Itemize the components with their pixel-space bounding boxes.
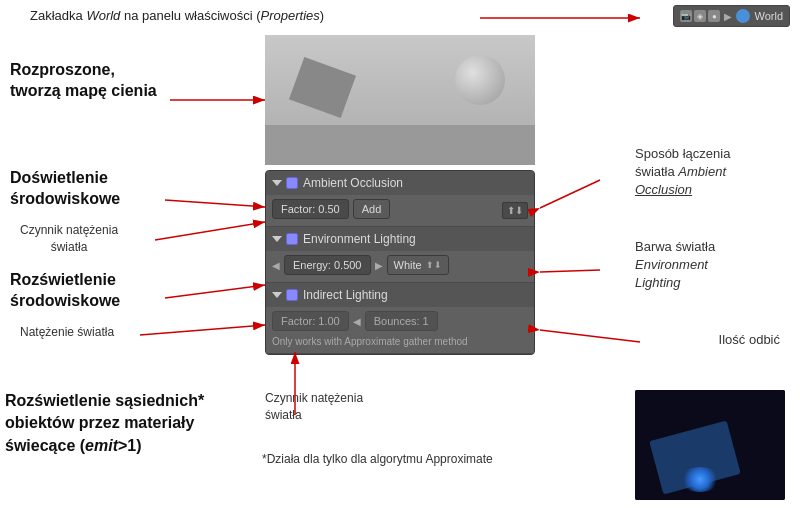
arrow-ambient xyxy=(165,200,265,207)
label-indirect-lighting: Rozświetlenieśrodowiskowe xyxy=(10,270,120,312)
triangle-icon xyxy=(272,292,282,298)
add-dropdown-arrow[interactable]: ⬆⬇ xyxy=(502,202,528,217)
ambient-occlusion-checkbox[interactable] xyxy=(286,177,298,189)
label-diffuse: Rozproszone, tworzą mapę cienia xyxy=(10,60,157,102)
environment-lighting-checkbox[interactable] xyxy=(286,233,298,245)
arrow-factor-indirect xyxy=(140,325,265,335)
chevron-right-icon[interactable]: ▶ xyxy=(375,260,383,271)
label-ambient-occlusion: Doświetlenieśrodowiskowe xyxy=(10,168,120,210)
environment-lighting-body: ◀ Energy: 0.500 ▶ White ⬆⬇ xyxy=(266,251,534,282)
label-ilosc: Ilość odbić xyxy=(719,332,780,347)
energy-input[interactable]: Energy: 0.500 xyxy=(284,255,371,275)
indirect-note: Only works with Approximate gather metho… xyxy=(272,334,528,349)
label-bottom-right: *Działa dla tylko dla algorytmu Approxim… xyxy=(262,452,493,466)
arrow-barwa xyxy=(540,270,600,272)
dropdown-arrows-icon: ⬆⬇ xyxy=(426,260,442,270)
indirect-lighting-section: Indirect Lighting Factor: 1.00 ◀ Bounces… xyxy=(266,283,534,354)
arrow-right-icon: ▶ xyxy=(724,11,732,22)
triangle-icon xyxy=(272,236,282,242)
rendered-scene-image xyxy=(265,35,535,165)
factor-indirect-value: Factor: 1.00 xyxy=(281,315,340,327)
triangle-icon xyxy=(272,180,282,186)
bounces-value: Bounces: 1 xyxy=(374,315,429,327)
scene-sphere-object xyxy=(455,55,505,105)
factor-value: Factor: 0.50 xyxy=(281,203,340,215)
environment-lighting-title: Environment Lighting xyxy=(303,232,416,246)
arrow-indirect xyxy=(165,285,265,298)
glow-light-object xyxy=(680,467,720,492)
label-barwa: Barwa światłaEnvironmentLighting xyxy=(635,238,780,293)
glow-scene-image xyxy=(635,390,785,500)
indirect-lighting-title: Indirect Lighting xyxy=(303,288,388,302)
bounces-input[interactable]: Bounces: 1 xyxy=(365,311,438,331)
world-icon xyxy=(736,9,750,23)
label-factor-indirect: Natężenie światła xyxy=(20,325,114,339)
chevron-left2-icon[interactable]: ◀ xyxy=(353,316,361,327)
energy-value: Energy: 0.500 xyxy=(293,259,362,271)
mat-icon: ● xyxy=(708,10,720,22)
environment-lighting-row: ◀ Energy: 0.500 ▶ White ⬆⬇ xyxy=(272,255,528,275)
color-value: White xyxy=(394,259,422,271)
color-dropdown[interactable]: White ⬆⬇ xyxy=(387,255,449,275)
ambient-occlusion-header[interactable]: Ambient Occlusion xyxy=(266,171,534,195)
arrow-factor-ambient xyxy=(155,222,265,240)
top-annotation: Zakładka World na panelu właściwości (Pr… xyxy=(30,8,324,23)
annotation-text: Zakładka World na panelu właściwości (Pr… xyxy=(30,8,324,23)
world-tab-label: World xyxy=(754,10,783,22)
dropdown-arrows-icon: ⬆⬇ xyxy=(502,202,528,219)
arrow-ilosc xyxy=(540,330,640,342)
tab-icons: 📷 ◈ ● xyxy=(680,10,720,22)
label-bottom-left: Rozświetlenie sąsiednich*obiektów przez … xyxy=(5,390,265,457)
factor-indirect-input[interactable]: Factor: 1.00 xyxy=(272,311,349,331)
chevron-left-icon[interactable]: ◀ xyxy=(272,260,280,271)
camera-icon: 📷 xyxy=(680,10,692,22)
indirect-lighting-checkbox[interactable] xyxy=(286,289,298,301)
add-button[interactable]: Add xyxy=(353,199,391,219)
label-factor-ambient: Czynnik natężeniaświatła xyxy=(20,222,118,256)
ambient-occlusion-section: Ambient Occlusion Factor: 0.50 Add ⬆⬇ xyxy=(266,171,534,227)
environment-lighting-header[interactable]: Environment Lighting xyxy=(266,227,534,251)
ambient-occlusion-body: Factor: 0.50 Add ⬆⬇ xyxy=(266,195,534,226)
world-tab[interactable]: 📷 ◈ ● ▶ World xyxy=(673,5,790,27)
indirect-lighting-row1: Factor: 1.00 ◀ Bounces: 1 xyxy=(272,311,528,331)
indirect-lighting-body: Factor: 1.00 ◀ Bounces: 1 Only works wit… xyxy=(266,307,534,353)
add-label: Add xyxy=(362,203,382,215)
ambient-occlusion-row: Factor: 0.50 Add ⬆⬇ xyxy=(272,199,528,219)
factor-input[interactable]: Factor: 0.50 xyxy=(272,199,349,219)
glow-background xyxy=(635,390,785,500)
environment-lighting-section: Environment Lighting ◀ Energy: 0.500 ▶ W… xyxy=(266,227,534,283)
ambient-occlusion-title: Ambient Occlusion xyxy=(303,176,403,190)
arrow-sposob xyxy=(540,180,600,208)
indirect-lighting-header[interactable]: Indirect Lighting xyxy=(266,283,534,307)
label-bottom-center: Czynnik natężeniaświatła xyxy=(265,390,363,424)
geo-icon: ◈ xyxy=(694,10,706,22)
blender-properties-panel: Ambient Occlusion Factor: 0.50 Add ⬆⬇ En… xyxy=(265,170,535,355)
scene-ground xyxy=(265,125,535,165)
label-sposob: Sposób łączeniaświatła AmbientOcclusion xyxy=(635,145,780,200)
